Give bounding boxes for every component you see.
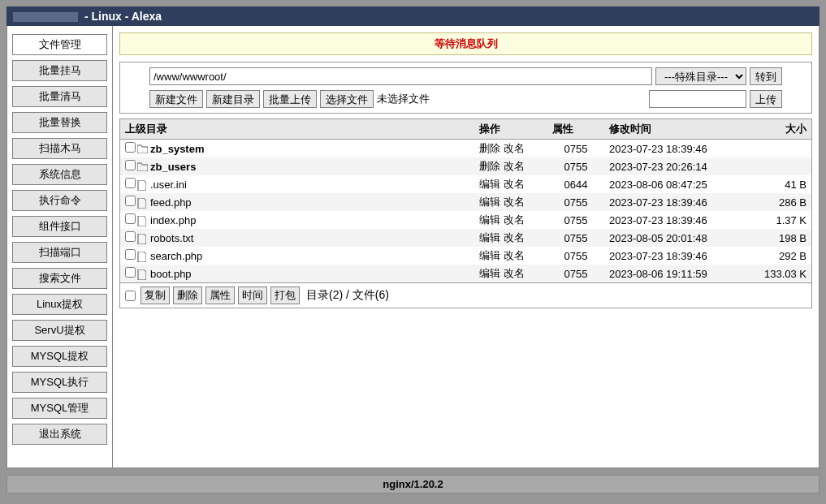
table-row: index.php编辑改名07552023-07-23 18:39:461.37… [120, 211, 811, 229]
op-link[interactable]: 改名 [504, 142, 525, 154]
file-name-link[interactable]: feed.php [150, 196, 192, 209]
header-op: 操作 [474, 119, 547, 140]
batch-upload-button[interactable]: 批量上传 [263, 90, 317, 108]
sidebar-item-2[interactable]: 批量清马 [12, 86, 107, 107]
op-link[interactable]: 改名 [504, 231, 525, 243]
pack-button[interactable]: 打包 [270, 286, 300, 304]
file-name-link[interactable]: robots.txt [150, 232, 193, 244]
size-cell: 286 B [746, 193, 811, 211]
special-dir-select[interactable]: ---特殊目录--- [655, 67, 746, 85]
table-row: search.php编辑改名07552023-07-23 18:39:46292… [120, 247, 811, 265]
op-link[interactable]: 编辑 [479, 196, 500, 208]
row-checkbox[interactable] [125, 178, 136, 188]
sidebar-item-6[interactable]: 执行命令 [12, 190, 107, 211]
row-checkbox[interactable] [125, 142, 136, 153]
upload-button[interactable]: 上传 [750, 90, 782, 108]
attr-cell: 0755 [547, 140, 604, 158]
sidebar-item-1[interactable]: 批量挂马 [12, 60, 107, 81]
sidebar-item-0[interactable]: 文件管理 [12, 34, 107, 55]
redacted-host [13, 12, 78, 22]
upload-filename-input[interactable] [649, 90, 746, 108]
delete-button[interactable]: 删除 [173, 286, 202, 304]
op-link[interactable]: 编辑 [479, 213, 500, 226]
table-row: feed.php编辑改名07552023-07-23 18:39:46286 B [120, 193, 811, 211]
file-name-link[interactable]: .user.ini [150, 179, 187, 191]
table-row: robots.txt编辑改名07552023-08-05 20:01:48198… [120, 229, 811, 247]
sidebar-item-11[interactable]: ServU提权 [12, 320, 107, 341]
footer-ops-bar: 复制 删除 属性 时间 打包 目录(2) / 文件(6) [119, 283, 812, 308]
sidebar-item-5[interactable]: 系统信息 [12, 164, 107, 185]
no-file-selected-label: 未选择文件 [377, 92, 430, 106]
op-link[interactable]: 删除 [479, 142, 500, 154]
table-row: boot.php编辑改名07552023-08-06 19:11:59133.0… [120, 265, 811, 282]
mtime-cell: 2023-07-23 18:39:46 [604, 211, 746, 229]
sidebar-item-12[interactable]: MYSQL提权 [12, 346, 107, 367]
titlebar-suffix: - Linux - Alexa [81, 10, 162, 23]
file-name-link[interactable]: boot.php [150, 268, 192, 280]
op-link[interactable]: 编辑 [479, 231, 500, 243]
table-row: zb_system删除改名07552023-07-23 18:39:46 [120, 140, 811, 158]
window-titlebar: - Linux - Alexa [6, 6, 820, 26]
row-checkbox[interactable] [125, 231, 136, 242]
new-file-button[interactable]: 新建文件 [149, 90, 203, 108]
row-checkbox[interactable] [125, 249, 136, 260]
sidebar-item-15[interactable]: 退出系统 [12, 424, 107, 445]
file-name-link[interactable]: search.php [150, 250, 202, 262]
time-button[interactable]: 时间 [238, 286, 267, 304]
mtime-cell: 2023-07-23 20:26:14 [604, 157, 746, 175]
file-icon [137, 216, 148, 225]
attr-button[interactable]: 属性 [205, 286, 235, 304]
attr-cell: 0755 [547, 157, 604, 175]
mtime-cell: 2023-08-05 20:01:48 [604, 229, 746, 247]
message-bar: 等待消息队列 [119, 32, 812, 55]
sidebar-item-14[interactable]: MYSQL管理 [12, 398, 107, 419]
attr-cell: 0755 [547, 265, 604, 282]
new-dir-button[interactable]: 新建目录 [206, 90, 260, 108]
file-name-link[interactable]: index.php [150, 214, 196, 226]
header-mtime: 修改时间 [604, 119, 746, 140]
op-link[interactable]: 改名 [504, 196, 525, 208]
sidebar-item-10[interactable]: Linux提权 [12, 294, 107, 315]
file-icon [137, 269, 148, 278]
file-icon [137, 198, 148, 207]
op-link[interactable]: 改名 [504, 249, 525, 261]
sidebar-item-8[interactable]: 扫描端口 [12, 242, 107, 263]
file-name-link[interactable]: zb_users [150, 161, 196, 173]
op-link[interactable]: 编辑 [479, 267, 500, 279]
file-icon [137, 252, 148, 261]
op-link[interactable]: 改名 [504, 178, 525, 190]
row-checkbox[interactable] [125, 267, 136, 278]
goto-button[interactable]: 转到 [750, 67, 782, 85]
op-link[interactable]: 改名 [504, 213, 525, 226]
file-icon [137, 180, 148, 189]
size-cell [746, 140, 811, 158]
file-name-link[interactable]: zb_system [150, 143, 204, 155]
op-link[interactable]: 改名 [504, 267, 525, 279]
op-link[interactable]: 编辑 [479, 178, 500, 190]
attr-cell: 0755 [547, 247, 604, 265]
folder-icon [137, 144, 148, 153]
mtime-cell: 2023-07-23 18:39:46 [604, 140, 746, 158]
header-parent-dir[interactable]: 上级目录 [120, 119, 474, 140]
sidebar-item-9[interactable]: 搜索文件 [12, 268, 107, 289]
row-checkbox[interactable] [125, 213, 136, 224]
op-link[interactable]: 改名 [504, 160, 525, 172]
size-cell [746, 157, 811, 175]
sidebar-item-13[interactable]: MYSQL执行 [12, 372, 107, 393]
mtime-cell: 2023-08-06 19:11:59 [604, 265, 746, 282]
sidebar-item-3[interactable]: 批量替换 [12, 112, 107, 133]
row-checkbox[interactable] [125, 160, 136, 170]
sidebar-item-4[interactable]: 扫描木马 [12, 138, 107, 159]
op-link[interactable]: 编辑 [479, 249, 500, 261]
sidebar-item-7[interactable]: 组件接口 [12, 216, 107, 237]
choose-file-button[interactable]: 选择文件 [320, 90, 374, 108]
path-input[interactable] [149, 67, 652, 85]
mtime-cell: 2023-08-06 08:47:25 [604, 175, 746, 193]
row-checkbox[interactable] [125, 196, 136, 206]
size-cell: 198 B [746, 229, 811, 247]
file-icon [137, 234, 148, 243]
copy-button[interactable]: 复制 [141, 286, 170, 304]
op-link[interactable]: 删除 [479, 160, 500, 172]
header-attr: 属性 [547, 119, 604, 140]
select-all-checkbox[interactable] [125, 291, 136, 301]
